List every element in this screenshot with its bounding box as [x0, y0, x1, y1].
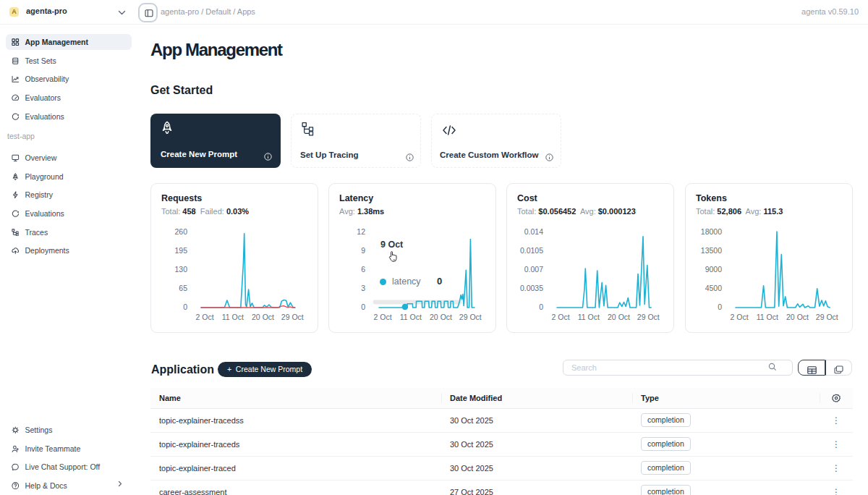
svg-text:29 Oct: 29 Oct: [637, 313, 660, 321]
svg-text:12: 12: [357, 227, 365, 236]
svg-text:260: 260: [174, 227, 187, 236]
svg-text:195: 195: [174, 246, 187, 255]
svg-text:0: 0: [539, 302, 543, 311]
svg-text:11 Oct: 11 Oct: [400, 313, 422, 321]
svg-text:29 Oct: 29 Oct: [459, 313, 482, 321]
svg-text:2 Oct: 2 Oct: [373, 313, 391, 321]
svg-text:2 Oct: 2 Oct: [551, 313, 569, 321]
svg-text:18000: 18000: [701, 227, 722, 236]
svg-text:65: 65: [179, 284, 187, 292]
svg-text:29 Oct: 29 Oct: [816, 313, 838, 321]
svg-text:0: 0: [183, 302, 187, 311]
svg-text:20 Oct: 20 Oct: [430, 313, 452, 321]
svg-text:13500: 13500: [701, 246, 722, 255]
svg-text:0.007: 0.007: [524, 265, 543, 274]
svg-text:20 Oct: 20 Oct: [786, 313, 809, 321]
svg-text:0: 0: [361, 302, 365, 311]
svg-text:130: 130: [174, 265, 187, 274]
svg-text:2 Oct: 2 Oct: [195, 313, 213, 321]
svg-text:20 Oct: 20 Oct: [608, 313, 630, 321]
svg-text:2 Oct: 2 Oct: [730, 313, 748, 321]
svg-text:11 Oct: 11 Oct: [757, 313, 778, 321]
svg-text:29 Oct: 29 Oct: [281, 313, 304, 321]
svg-text:3: 3: [361, 284, 365, 292]
svg-text:0.014: 0.014: [524, 227, 543, 236]
svg-text:0.0035: 0.0035: [520, 284, 543, 292]
svg-text:9: 9: [361, 246, 365, 255]
svg-text:6: 6: [361, 265, 365, 274]
svg-text:20 Oct: 20 Oct: [252, 313, 274, 321]
svg-text:0.0105: 0.0105: [520, 246, 543, 255]
svg-text:4500: 4500: [705, 284, 723, 292]
svg-text:9000: 9000: [705, 265, 723, 274]
svg-text:11 Oct: 11 Oct: [222, 313, 244, 321]
svg-text:11 Oct: 11 Oct: [578, 313, 600, 321]
svg-text:0: 0: [718, 302, 722, 311]
